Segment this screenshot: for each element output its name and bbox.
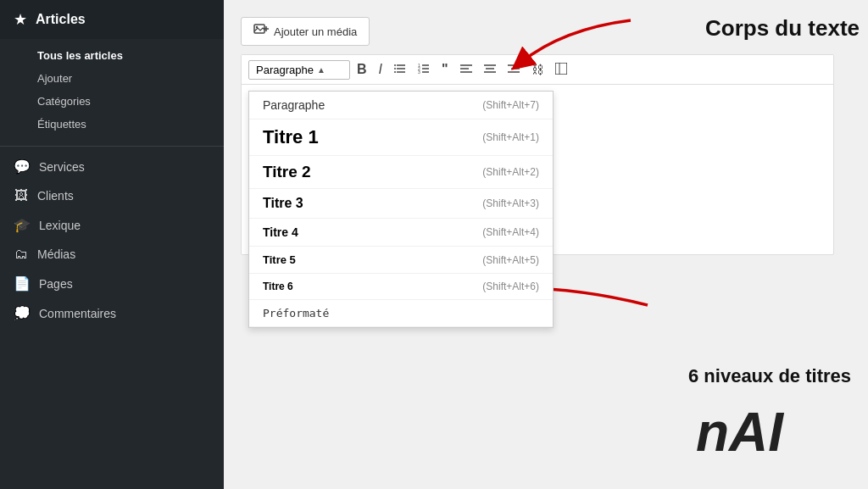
sidebar-subitem-tous[interactable]: Tous les articles — [0, 44, 224, 67]
dropdown-shortcut-h1: (Shift+Alt+1) — [482, 131, 539, 143]
commentaires-icon: 💭 — [14, 305, 31, 321]
dropdown-shortcut-h5: (Shift+Alt+5) — [482, 254, 539, 266]
dropdown-label-h3: Titre 3 — [263, 196, 303, 211]
blockquote-button[interactable]: " — [437, 58, 453, 81]
dropdown-item-pre[interactable]: Préformaté — [249, 300, 553, 327]
unordered-list-button[interactable] — [389, 59, 411, 81]
sidebar-label-clients: Clients — [37, 189, 74, 203]
big-ai-text: nAI — [696, 401, 783, 464]
dropdown-shortcut-h3: (Shift+Alt+3) — [482, 197, 539, 209]
dropdown-item-h5[interactable]: Titre 5 (Shift+Alt+5) — [249, 247, 553, 274]
sidebar-label-services: Services — [39, 160, 85, 174]
services-icon: 💬 — [14, 158, 31, 175]
dropdown-label-h2: Titre 2 — [263, 163, 311, 181]
dropdown-item-paragraph[interactable]: Paragraphe (Shift+Alt+7) — [249, 92, 553, 119]
add-media-icon — [253, 23, 269, 40]
sidebar: ★ Articles Tous les articles Ajouter Cat… — [0, 0, 224, 489]
align-left-button[interactable] — [455, 59, 477, 81]
dropdown-label-h5: Titre 5 — [263, 253, 296, 266]
sidebar-item-medias[interactable]: 🗂 Médias — [0, 240, 224, 269]
svg-point-7 — [394, 64, 396, 66]
sidebar-subitem-etiquettes[interactable]: Étiquettes — [0, 113, 224, 136]
sidebar-item-pages[interactable]: 📄 Pages — [0, 269, 224, 298]
svg-point-8 — [394, 68, 396, 69]
sidebar-item-services[interactable]: 💬 Services — [0, 152, 224, 181]
main-content: Ajouter un média Corps du texte Paragrap… — [224, 0, 868, 489]
format-label: Paragraphe — [256, 64, 314, 76]
sidebar-header: ★ Articles — [0, 0, 224, 39]
editor-toolbar: Paragraphe ▲ B I 123 " ⛓ — [242, 55, 833, 85]
medias-icon: 🗂 — [14, 247, 29, 262]
dropdown-label-h1: Titre 1 — [263, 126, 319, 148]
articles-icon: ★ — [14, 10, 27, 29]
clients-icon: 🖼 — [14, 188, 29, 203]
align-right-button[interactable] — [503, 59, 525, 81]
dropdown-label-h4: Titre 4 — [263, 225, 298, 239]
dropdown-shortcut-paragraph: (Shift+Alt+7) — [482, 99, 539, 111]
sidebar-title: Articles — [36, 12, 86, 27]
sidebar-subitem-categories[interactable]: Catégories — [0, 90, 224, 113]
fullscreen-button[interactable] — [550, 59, 572, 81]
svg-text:3: 3 — [418, 69, 420, 74]
ordered-list-button[interactable]: 123 — [413, 59, 435, 81]
dropdown-item-h4[interactable]: Titre 4 (Shift+Alt+4) — [249, 219, 553, 247]
sidebar-label-pages: Pages — [39, 277, 73, 291]
editor-area: Paragraphe ▲ B I 123 " ⛓ — [241, 54, 834, 255]
dropdown-shortcut-h2: (Shift+Alt+2) — [482, 166, 539, 178]
sidebar-label-lexique: Lexique — [39, 219, 81, 232]
svg-point-9 — [394, 71, 396, 73]
italic-button[interactable]: I — [374, 58, 387, 81]
articles-submenu: Tous les articles Ajouter Catégories Éti… — [0, 39, 224, 141]
bold-button[interactable]: B — [352, 58, 372, 81]
lexique-icon: 🎓 — [14, 217, 31, 233]
sidebar-item-commentaires[interactable]: 💭 Commentaires — [0, 298, 224, 328]
link-button[interactable]: ⛓ — [526, 59, 548, 80]
annotation-niveaux-titres: 6 niveaux de titres — [688, 365, 851, 387]
add-media-button[interactable]: Ajouter un média — [241, 17, 370, 46]
format-select[interactable]: Paragraphe ▲ — [248, 60, 350, 80]
dropdown-item-h1[interactable]: Titre 1 (Shift+Alt+1) — [249, 119, 553, 156]
sidebar-subitem-ajouter[interactable]: Ajouter — [0, 67, 224, 90]
pages-icon: 📄 — [14, 275, 31, 292]
align-center-button[interactable] — [479, 59, 501, 81]
dropdown-shortcut-h6: (Shift+Alt+6) — [482, 281, 539, 292]
sidebar-divider-1 — [0, 146, 224, 147]
format-arrow-icon: ▲ — [317, 65, 326, 75]
dropdown-label-paragraph: Paragraphe — [263, 98, 325, 112]
dropdown-item-h3[interactable]: Titre 3 (Shift+Alt+3) — [249, 189, 553, 219]
dropdown-shortcut-h4: (Shift+Alt+4) — [482, 226, 539, 238]
annotation-corps-du-texte: Corps du texte — [705, 15, 860, 42]
format-dropdown: Paragraphe (Shift+Alt+7) Titre 1 (Shift+… — [248, 91, 554, 328]
sidebar-item-clients[interactable]: 🖼 Clients — [0, 181, 224, 210]
dropdown-item-h6[interactable]: Titre 6 (Shift+Alt+6) — [249, 274, 553, 300]
add-media-label: Ajouter un média — [274, 25, 357, 38]
svg-rect-25 — [555, 63, 567, 75]
sidebar-item-lexique[interactable]: 🎓 Lexique — [0, 210, 224, 240]
sidebar-label-commentaires: Commentaires — [39, 307, 116, 320]
sidebar-label-medias: Médias — [37, 247, 75, 261]
dropdown-item-h2[interactable]: Titre 2 (Shift+Alt+2) — [249, 156, 553, 189]
dropdown-label-h6: Titre 6 — [263, 281, 293, 292]
dropdown-label-pre: Préformaté — [263, 307, 329, 320]
